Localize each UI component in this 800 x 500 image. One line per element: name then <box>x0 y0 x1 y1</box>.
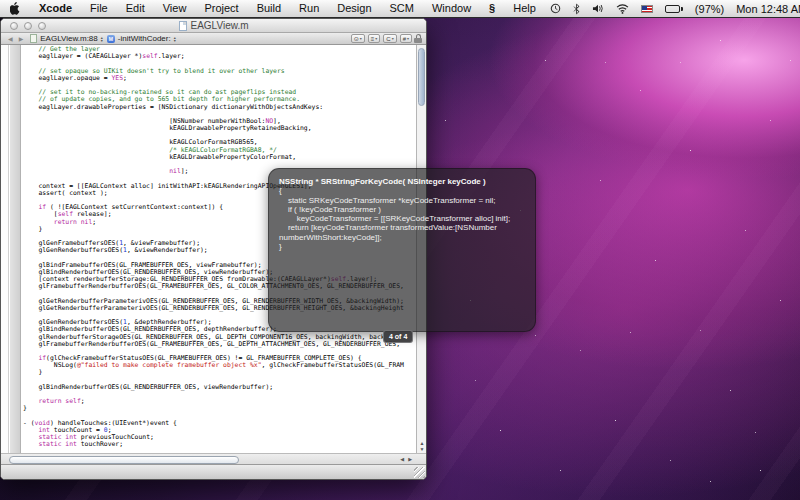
battery-icon[interactable] <box>660 0 688 17</box>
code-line: glFramebufferRenderbufferOES(GL_FRAMEBUF… <box>23 341 416 348</box>
window-bottom-bar <box>1 464 426 479</box>
input-source-flag-icon[interactable] <box>636 0 658 17</box>
code-line: return self; <box>23 398 416 405</box>
volume-icon[interactable] <box>587 0 609 17</box>
menu-item-help[interactable]: Help <box>504 0 545 17</box>
tooltip-text: NSString * SRStringForKeyCode( NSInteger… <box>279 177 525 251</box>
method-icon: M <box>107 35 115 43</box>
code-definition-tooltip: NSString * SRStringForKeyCode( NSInteger… <box>268 168 536 332</box>
vertical-scroll-thumb[interactable] <box>418 48 425 106</box>
code-line: kEAGLDrawablePropertyColorFormat, <box>23 154 416 161</box>
code-line: glBindRenderbufferOES(GL_RENDERBUFFER_OE… <box>23 384 416 391</box>
menu-item-file[interactable]: File <box>81 0 117 17</box>
menu-item-window[interactable]: Window <box>423 0 480 17</box>
breakpoint-gutter[interactable] <box>1 45 9 453</box>
code-line: } <box>23 405 416 412</box>
method-popup-label: -initWithCoder: <box>118 34 171 43</box>
bookmarks-menu-button[interactable]: ⊙▾ <box>351 34 365 43</box>
menu-bar-clock[interactable]: Mon 12:48 AM <box>731 3 800 15</box>
menu-item-design[interactable]: Design <box>328 0 380 17</box>
menu-item-run[interactable]: Run <box>290 0 328 17</box>
menu-item-xcode[interactable]: Xcode <box>30 0 81 17</box>
code-line: } <box>279 242 525 251</box>
menu-item-edit[interactable]: Edit <box>117 0 154 17</box>
find-match-count-badge: 4 of 4 <box>383 330 413 343</box>
bluetooth-icon[interactable] <box>568 0 585 17</box>
code-line: eaglLayer.opaque = YES; <box>23 75 416 82</box>
resize-grip[interactable] <box>414 467 425 478</box>
code-line: static int touchRover; <box>23 441 416 448</box>
code-line: return [keyCodeTransformer transformedVa… <box>279 223 525 232</box>
code-line: } <box>23 369 416 376</box>
code-line: if ( !keyCodeTransformer ) <box>279 205 525 214</box>
scroll-left-arrow[interactable]: ◀ <box>400 456 404 462</box>
scroll-down-arrow[interactable]: ▼ <box>420 446 425 452</box>
forward-button[interactable]: ▶ <box>16 35 27 42</box>
proxy-document-icon[interactable] <box>179 21 187 31</box>
code-line: NSLog(@"failed to make complete framebuf… <box>23 362 416 369</box>
menu-item-view[interactable]: View <box>154 0 196 17</box>
code-line: static SRKeyCodeTransformer *keyCodeTran… <box>279 196 525 205</box>
minimize-button[interactable] <box>24 22 32 30</box>
time-machine-icon[interactable] <box>545 0 566 17</box>
included-files-menu-button[interactable]: #▾ <box>400 34 412 43</box>
lock-icon[interactable] <box>414 34 422 43</box>
focus-ribbon <box>10 45 21 453</box>
wifi-icon[interactable] <box>611 0 634 17</box>
scroll-right-arrow[interactable]: ▶ <box>408 456 412 462</box>
screen: XcodeFileEditViewProjectBuildRunDesignSC… <box>0 0 800 500</box>
code-line: NSString * SRStringForKeyCode( NSInteger… <box>279 177 525 186</box>
menu-bar: XcodeFileEditViewProjectBuildRunDesignSC… <box>0 0 800 18</box>
chevron-updown-icon: ▴▾ <box>174 36 176 42</box>
breakpoints-menu-button[interactable]: ≡▾ <box>368 34 381 43</box>
file-popup-label: EAGLView.m:88 <box>40 34 98 43</box>
menu-items: XcodeFileEditViewProjectBuildRunDesignSC… <box>30 0 480 17</box>
window-title: EAGLView.m <box>191 20 249 31</box>
file-icon <box>30 34 37 43</box>
class-hierarchy-menu-button[interactable]: C▾ <box>383 34 396 43</box>
zoom-button[interactable] <box>38 22 46 30</box>
back-button[interactable]: ◀ <box>5 35 16 42</box>
chevron-updown-icon: ▴▾ <box>101 36 103 42</box>
horizontal-scroll-thumb[interactable] <box>9 456 239 464</box>
menu-item-scm[interactable]: SCM <box>381 0 423 17</box>
script-menu-icon[interactable]: § <box>480 0 504 17</box>
code-line: keyCodeTransformer = [[SRKeyCodeTransfor… <box>279 214 525 223</box>
code-line: eaglLayer.drawableProperties = [NSDictio… <box>23 104 416 111</box>
close-button[interactable] <box>10 22 18 30</box>
editor-navigation-bar: ◀ ▶ EAGLView.m:88 ▴▾ M -initWithCoder: ▴… <box>1 33 426 45</box>
code-line: kEAGLDrawablePropertyRetainedBacking, <box>23 125 416 132</box>
horizontal-scrollbar[interactable]: ◀ ▶ <box>1 453 426 464</box>
window-title-bar[interactable]: EAGLView.m <box>1 19 426 33</box>
code-line: eaglLayer = (CAEAGLLayer *)self.layer; <box>23 53 416 60</box>
menu-item-build[interactable]: Build <box>248 0 290 17</box>
apple-menu-icon[interactable] <box>0 2 30 15</box>
method-popup[interactable]: M -initWithCoder: ▴▾ <box>107 34 176 43</box>
code-line: { <box>279 186 525 195</box>
menu-item-project[interactable]: Project <box>195 0 247 17</box>
file-popup[interactable]: EAGLView.m:88 ▴▾ <box>30 34 103 43</box>
code-line: numberWithShort:keyCode]]; <box>279 233 525 242</box>
battery-percentage[interactable]: (97%) <box>690 3 729 15</box>
